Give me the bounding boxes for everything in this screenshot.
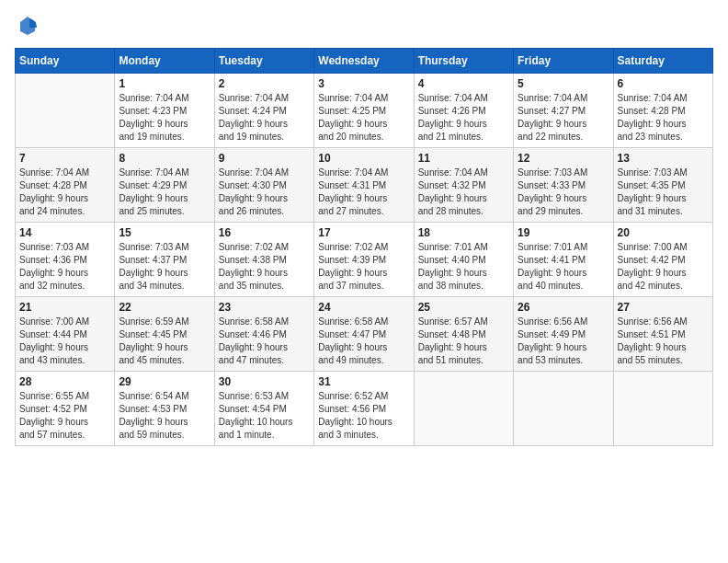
day-header-monday: Monday: [115, 49, 214, 74]
day-info: Sunrise: 7:04 AM Sunset: 4:28 PM Dayligh…: [19, 167, 110, 218]
calendar-cell: [16, 74, 115, 148]
day-info: Sunrise: 7:04 AM Sunset: 4:30 PM Dayligh…: [219, 167, 310, 218]
day-number: 28: [19, 375, 110, 388]
day-number: 12: [518, 152, 609, 165]
day-info: Sunrise: 7:04 AM Sunset: 4:27 PM Dayligh…: [518, 92, 609, 144]
day-info: Sunrise: 6:54 AM Sunset: 4:53 PM Dayligh…: [119, 390, 210, 442]
calendar-cell: 5Sunrise: 7:04 AM Sunset: 4:27 PM Daylig…: [514, 74, 613, 148]
day-info: Sunrise: 7:04 AM Sunset: 4:25 PM Dayligh…: [318, 92, 409, 144]
calendar-cell: 11Sunrise: 7:04 AM Sunset: 4:32 PM Dayli…: [414, 148, 513, 223]
day-info: Sunrise: 6:53 AM Sunset: 4:54 PM Dayligh…: [219, 390, 310, 442]
calendar-cell: 29Sunrise: 6:54 AM Sunset: 4:53 PM Dayli…: [115, 372, 214, 446]
calendar-cell: 25Sunrise: 6:57 AM Sunset: 4:48 PM Dayli…: [414, 297, 513, 372]
day-info: Sunrise: 6:57 AM Sunset: 4:48 PM Dayligh…: [418, 316, 509, 367]
calendar-cell: 27Sunrise: 6:56 AM Sunset: 4:51 PM Dayli…: [613, 297, 712, 372]
calendar-week-row: 7Sunrise: 7:04 AM Sunset: 4:28 PM Daylig…: [16, 148, 713, 223]
day-number: 11: [418, 152, 509, 165]
calendar-cell: 18Sunrise: 7:01 AM Sunset: 4:40 PM Dayli…: [414, 223, 513, 297]
calendar-cell: 10Sunrise: 7:04 AM Sunset: 4:31 PM Dayli…: [314, 148, 414, 223]
logo: [15, 15, 42, 37]
calendar-cell: 9Sunrise: 7:04 AM Sunset: 4:30 PM Daylig…: [214, 148, 313, 223]
day-number: 31: [318, 375, 409, 388]
calendar-cell: 7Sunrise: 7:04 AM Sunset: 4:28 PM Daylig…: [16, 148, 115, 223]
calendar-week-row: 1Sunrise: 7:04 AM Sunset: 4:23 PM Daylig…: [16, 74, 713, 148]
day-info: Sunrise: 7:04 AM Sunset: 4:31 PM Dayligh…: [318, 167, 409, 218]
calendar-cell: 12Sunrise: 7:03 AM Sunset: 4:33 PM Dayli…: [514, 148, 613, 223]
day-info: Sunrise: 7:03 AM Sunset: 4:35 PM Dayligh…: [618, 167, 709, 218]
day-number: 10: [318, 152, 409, 165]
day-number: 14: [19, 226, 110, 239]
calendar-cell: 15Sunrise: 7:03 AM Sunset: 4:37 PM Dayli…: [115, 223, 214, 297]
day-number: 20: [618, 226, 709, 239]
day-number: 22: [119, 301, 210, 314]
day-number: 26: [518, 301, 609, 314]
day-number: 6: [618, 77, 709, 90]
day-info: Sunrise: 7:01 AM Sunset: 4:41 PM Dayligh…: [518, 241, 609, 293]
calendar-table: SundayMondayTuesdayWednesdayThursdayFrid…: [15, 48, 713, 446]
calendar-cell: [414, 372, 513, 446]
day-info: Sunrise: 6:56 AM Sunset: 4:51 PM Dayligh…: [618, 316, 709, 367]
calendar-cell: [613, 372, 712, 446]
day-info: Sunrise: 6:59 AM Sunset: 4:45 PM Dayligh…: [119, 316, 210, 367]
day-number: 17: [318, 226, 409, 239]
day-info: Sunrise: 7:00 AM Sunset: 4:42 PM Dayligh…: [618, 241, 709, 293]
calendar-cell: 19Sunrise: 7:01 AM Sunset: 4:41 PM Dayli…: [514, 223, 613, 297]
day-number: 29: [119, 375, 210, 388]
calendar-cell: 22Sunrise: 6:59 AM Sunset: 4:45 PM Dayli…: [115, 297, 214, 372]
day-number: 18: [418, 226, 509, 239]
calendar-cell: 31Sunrise: 6:52 AM Sunset: 4:56 PM Dayli…: [314, 372, 414, 446]
calendar-cell: 23Sunrise: 6:58 AM Sunset: 4:46 PM Dayli…: [214, 297, 313, 372]
calendar-cell: 21Sunrise: 7:00 AM Sunset: 4:44 PM Dayli…: [16, 297, 115, 372]
day-header-wednesday: Wednesday: [314, 49, 414, 74]
day-header-sunday: Sunday: [16, 49, 115, 74]
day-number: 9: [219, 152, 310, 165]
calendar-cell: 28Sunrise: 6:55 AM Sunset: 4:52 PM Dayli…: [16, 372, 115, 446]
page-header: [15, 15, 713, 37]
day-header-friday: Friday: [514, 49, 613, 74]
day-number: 16: [219, 226, 310, 239]
day-info: Sunrise: 7:04 AM Sunset: 4:26 PM Dayligh…: [418, 92, 509, 144]
day-info: Sunrise: 6:55 AM Sunset: 4:52 PM Dayligh…: [19, 390, 110, 442]
calendar-cell: 2Sunrise: 7:04 AM Sunset: 4:24 PM Daylig…: [214, 74, 313, 148]
calendar-cell: 24Sunrise: 6:58 AM Sunset: 4:47 PM Dayli…: [314, 297, 414, 372]
day-info: Sunrise: 7:04 AM Sunset: 4:29 PM Dayligh…: [119, 167, 210, 218]
day-header-saturday: Saturday: [613, 49, 712, 74]
day-number: 4: [418, 77, 509, 90]
day-info: Sunrise: 7:04 AM Sunset: 4:24 PM Dayligh…: [219, 92, 310, 144]
day-number: 23: [219, 301, 310, 314]
day-info: Sunrise: 6:58 AM Sunset: 4:47 PM Dayligh…: [318, 316, 409, 367]
calendar-cell: 13Sunrise: 7:03 AM Sunset: 4:35 PM Dayli…: [613, 148, 712, 223]
calendar-week-row: 28Sunrise: 6:55 AM Sunset: 4:52 PM Dayli…: [16, 372, 713, 446]
calendar-cell: 16Sunrise: 7:02 AM Sunset: 4:38 PM Dayli…: [214, 223, 313, 297]
day-number: 1: [119, 77, 210, 90]
day-header-thursday: Thursday: [414, 49, 513, 74]
day-info: Sunrise: 7:03 AM Sunset: 4:36 PM Dayligh…: [19, 241, 110, 293]
calendar-week-row: 21Sunrise: 7:00 AM Sunset: 4:44 PM Dayli…: [16, 297, 713, 372]
calendar-cell: 6Sunrise: 7:04 AM Sunset: 4:28 PM Daylig…: [613, 74, 712, 148]
day-info: Sunrise: 7:03 AM Sunset: 4:37 PM Dayligh…: [119, 241, 210, 293]
calendar-cell: 26Sunrise: 6:56 AM Sunset: 4:49 PM Dayli…: [514, 297, 613, 372]
logo-icon: [17, 15, 39, 37]
day-info: Sunrise: 7:02 AM Sunset: 4:39 PM Dayligh…: [318, 241, 409, 293]
calendar-cell: 1Sunrise: 7:04 AM Sunset: 4:23 PM Daylig…: [115, 74, 214, 148]
day-number: 25: [418, 301, 509, 314]
day-number: 5: [518, 77, 609, 90]
day-info: Sunrise: 7:03 AM Sunset: 4:33 PM Dayligh…: [518, 167, 609, 218]
day-info: Sunrise: 7:04 AM Sunset: 4:32 PM Dayligh…: [418, 167, 509, 218]
day-info: Sunrise: 7:04 AM Sunset: 4:23 PM Dayligh…: [119, 92, 210, 144]
day-info: Sunrise: 7:02 AM Sunset: 4:38 PM Dayligh…: [219, 241, 310, 293]
calendar-cell: 17Sunrise: 7:02 AM Sunset: 4:39 PM Dayli…: [314, 223, 414, 297]
day-number: 19: [518, 226, 609, 239]
day-number: 15: [119, 226, 210, 239]
day-number: 24: [318, 301, 409, 314]
day-info: Sunrise: 7:01 AM Sunset: 4:40 PM Dayligh…: [418, 241, 509, 293]
day-number: 2: [219, 77, 310, 90]
calendar-cell: 8Sunrise: 7:04 AM Sunset: 4:29 PM Daylig…: [115, 148, 214, 223]
day-number: 27: [618, 301, 709, 314]
calendar-header-row: SundayMondayTuesdayWednesdayThursdayFrid…: [16, 49, 713, 74]
calendar-cell: 30Sunrise: 6:53 AM Sunset: 4:54 PM Dayli…: [214, 372, 313, 446]
day-info: Sunrise: 6:58 AM Sunset: 4:46 PM Dayligh…: [219, 316, 310, 367]
calendar-cell: 20Sunrise: 7:00 AM Sunset: 4:42 PM Dayli…: [613, 223, 712, 297]
calendar-cell: 4Sunrise: 7:04 AM Sunset: 4:26 PM Daylig…: [414, 74, 513, 148]
day-number: 8: [119, 152, 210, 165]
